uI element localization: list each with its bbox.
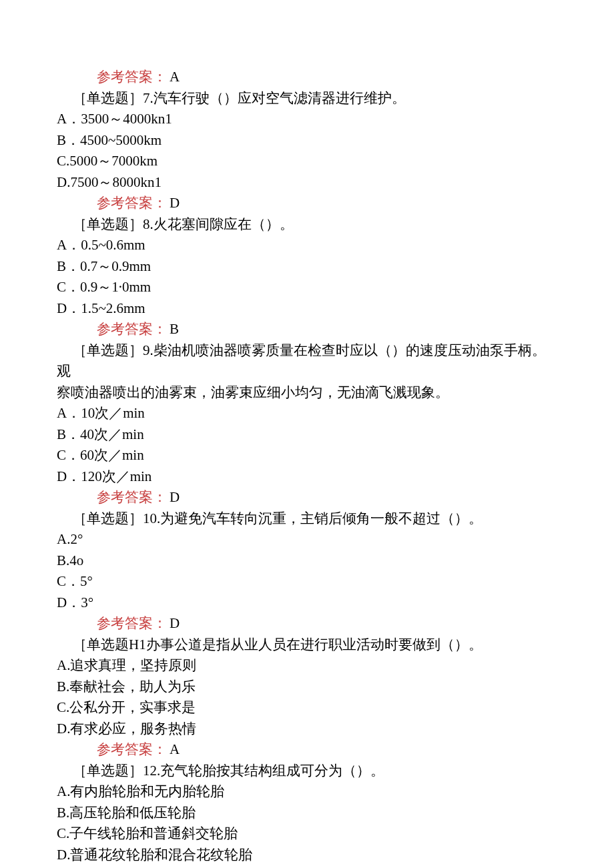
option-7c: C.5000～7000km [57,151,557,172]
option-11d: D.有求必应，服务热情 [57,719,557,740]
answer-value: D [170,615,180,631]
answer-line-9: 参考答案：D [57,487,557,508]
answer-label: 参考答案： [97,321,167,337]
question-9-line2: 察喷油器喷出的油雾束，油雾束应细小均匀，无油滴飞溅现象。 [57,382,557,404]
answer-label: 参考答案： [97,69,167,85]
option-7a: A．3500～4000kn1 [57,109,557,130]
option-11a: A.追求真理，坚持原则 [57,655,557,677]
answer-line-11: 参考答案：A [57,739,557,761]
answer-value: D [170,489,180,505]
question-12: ［单选题］12.充气轮胎按其结构组成可分为（）。 [57,761,557,782]
answer-value: D [170,195,180,211]
question-8: ［单选题］8.火花塞间隙应在（）。 [57,214,557,236]
option-10d: D．3° [57,592,557,614]
answer-value: A [170,741,180,757]
option-12c: C.子午线轮胎和普通斜交轮胎 [57,823,557,845]
option-8a: A．0.5~0.6mm [57,235,557,256]
option-12d: D.普通花纹轮胎和混合花纹轮胎 [57,845,557,866]
answer-value: A [170,69,180,85]
answer-line-7: 参考答案：D [57,193,557,214]
option-9d: D．120次／min [57,466,557,488]
answer-line-10: 参考答案：D [57,613,557,634]
option-7b: B．4500~5000km [57,130,557,151]
answer-line-8: 参考答案：B [57,319,557,340]
option-10a: A.2° [57,529,557,550]
question-11: ［单选题H1办事公道是指从业人员在进行职业活动时要做到（）。 [57,634,557,656]
answer-label: 参考答案： [97,489,167,505]
option-10b: B.4o [57,550,557,572]
option-11c: C.公私分开，实事求是 [57,697,557,719]
question-9-line1: ［单选题］9.柴油机喷油器喷雾质量在检查时应以（）的速度压动油泵手柄。观 [57,340,557,382]
option-8b: B．0.7～0.9mm [57,256,557,278]
option-12b: B.高压轮胎和低压轮胎 [57,803,557,824]
option-10c: C．5° [57,571,557,592]
answer-value: B [170,321,179,337]
question-7: ［单选题］7.汽车行驶（）应对空气滤清器进行维护。 [57,88,557,109]
option-11b: B.奉献社会，助人为乐 [57,677,557,698]
option-12a: A.有内胎轮胎和无内胎轮胎 [57,781,557,803]
question-10: ［单选题］10.为避免汽车转向沉重，主销后倾角一般不超过（）。 [57,508,557,530]
option-9b: B．40次／min [57,424,557,446]
answer-line-top: 参考答案：A [57,67,557,88]
option-9c: C．60次／min [57,445,557,466]
option-8d: D．1.5~2.6mm [57,298,557,320]
answer-label: 参考答案： [97,741,167,757]
option-9a: A．10次／min [57,403,557,424]
option-8c: C．0.9～1·0mm [57,277,557,298]
option-7d: D.7500～8000kn1 [57,172,557,193]
answer-label: 参考答案： [97,195,167,211]
answer-label: 参考答案： [97,615,167,631]
